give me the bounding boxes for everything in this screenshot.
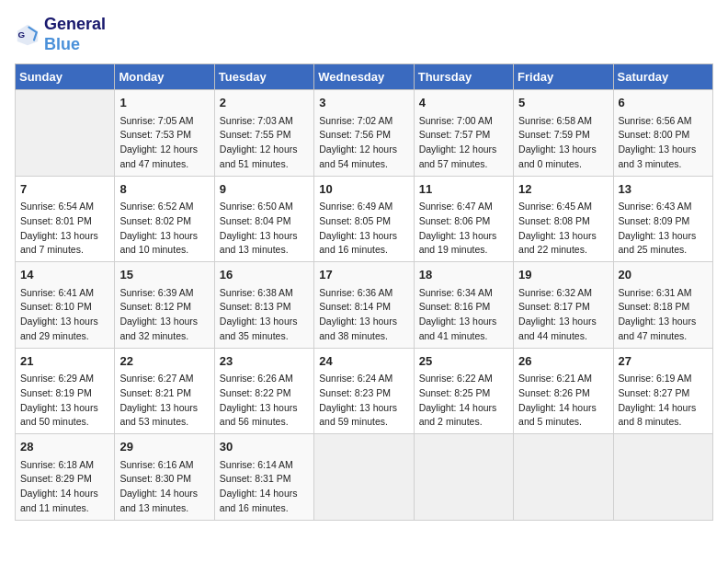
calendar-cell: 21Sunrise: 6:29 AMSunset: 8:19 PMDayligh…	[16, 348, 115, 434]
day-info: Daylight: 13 hours	[419, 229, 508, 244]
calendar-cell: 10Sunrise: 6:49 AMSunset: 8:05 PMDayligh…	[314, 176, 414, 262]
day-info: and 50 minutes.	[20, 415, 109, 430]
day-info: and 38 minutes.	[319, 329, 408, 344]
day-info: Sunrise: 6:26 AM	[220, 372, 309, 386]
day-info: Daylight: 12 hours	[119, 143, 209, 157]
calendar-cell: 14Sunrise: 6:41 AMSunset: 8:10 PMDayligh…	[16, 262, 115, 349]
day-info: Sunset: 8:19 PM	[20, 386, 109, 401]
day-number: 1	[119, 94, 209, 112]
calendar-cell: 15Sunrise: 6:39 AMSunset: 8:12 PMDayligh…	[115, 262, 214, 349]
day-info: Daylight: 14 hours	[220, 487, 309, 501]
logo-text: GeneralBlue	[44, 15, 106, 54]
day-info: Sunrise: 6:14 AM	[220, 458, 309, 473]
day-info: Daylight: 13 hours	[319, 229, 408, 244]
calendar-cell	[16, 90, 115, 177]
calendar-cell: 16Sunrise: 6:38 AMSunset: 8:13 PMDayligh…	[214, 262, 313, 349]
calendar-cell: 5Sunrise: 6:58 AMSunset: 7:59 PMDaylight…	[514, 90, 613, 177]
day-info: and 25 minutes.	[619, 243, 708, 258]
day-info: Sunset: 8:18 PM	[619, 300, 708, 315]
day-info: Sunset: 8:25 PM	[419, 386, 508, 401]
weekday-header-row: SundayMondayTuesdayWednesdayThursdayFrid…	[16, 64, 713, 90]
day-info: Sunrise: 7:05 AM	[119, 114, 209, 129]
day-info: and 13 minutes.	[220, 243, 309, 258]
calendar-cell	[314, 434, 414, 521]
day-number: 9	[220, 180, 309, 199]
day-info: Daylight: 13 hours	[619, 229, 708, 244]
day-info: Daylight: 13 hours	[20, 229, 109, 244]
weekday-header-monday: Monday	[115, 64, 214, 90]
day-info: Daylight: 13 hours	[119, 315, 209, 329]
day-info: Daylight: 13 hours	[220, 229, 309, 244]
weekday-header-friday: Friday	[514, 64, 613, 90]
day-info: Sunset: 8:23 PM	[319, 386, 408, 401]
page-header: G GeneralBlue	[15, 15, 713, 54]
day-info: Sunset: 8:22 PM	[220, 386, 309, 401]
day-number: 12	[518, 180, 608, 199]
day-info: Daylight: 12 hours	[319, 143, 408, 157]
day-number: 7	[20, 180, 109, 199]
day-info: Daylight: 13 hours	[20, 315, 109, 329]
calendar-cell: 7Sunrise: 6:54 AMSunset: 8:01 PMDaylight…	[16, 176, 115, 262]
logo: G GeneralBlue	[15, 15, 106, 54]
day-info: Sunset: 8:21 PM	[119, 386, 209, 401]
calendar-cell: 13Sunrise: 6:43 AMSunset: 8:09 PMDayligh…	[613, 176, 712, 262]
day-info: Sunset: 7:55 PM	[220, 128, 309, 143]
day-info: and 7 minutes.	[20, 243, 109, 258]
calendar-cell: 1Sunrise: 7:05 AMSunset: 7:53 PMDaylight…	[115, 90, 214, 177]
day-info: and 8 minutes.	[619, 415, 708, 430]
day-info: Sunset: 8:13 PM	[220, 300, 309, 315]
calendar-cell: 12Sunrise: 6:45 AMSunset: 8:08 PMDayligh…	[514, 176, 613, 262]
day-info: and 56 minutes.	[220, 415, 309, 430]
day-info: Sunrise: 6:52 AM	[119, 200, 209, 214]
day-info: Sunset: 8:08 PM	[518, 214, 608, 229]
day-info: and 5 minutes.	[518, 415, 608, 430]
calendar-table: SundayMondayTuesdayWednesdayThursdayFrid…	[15, 63, 713, 521]
day-info: and 16 minutes.	[319, 243, 408, 258]
calendar-cell: 19Sunrise: 6:32 AMSunset: 8:17 PMDayligh…	[514, 262, 613, 349]
day-info: Daylight: 13 hours	[518, 315, 608, 329]
day-info: Sunrise: 6:58 AM	[518, 114, 608, 129]
day-info: Sunset: 8:14 PM	[319, 300, 408, 315]
day-number: 4	[419, 94, 508, 112]
day-info: Daylight: 13 hours	[119, 229, 209, 244]
day-info: Sunset: 8:06 PM	[419, 214, 508, 229]
day-info: and 2 minutes.	[419, 415, 508, 430]
calendar-cell: 26Sunrise: 6:21 AMSunset: 8:26 PMDayligh…	[514, 348, 613, 434]
day-number: 11	[419, 180, 508, 199]
day-number: 27	[619, 352, 708, 371]
day-info: Sunrise: 6:56 AM	[619, 114, 708, 129]
calendar-cell: 20Sunrise: 6:31 AMSunset: 8:18 PMDayligh…	[613, 262, 712, 349]
day-info: and 51 minutes.	[220, 157, 309, 172]
calendar-cell: 28Sunrise: 6:18 AMSunset: 8:29 PMDayligh…	[16, 434, 115, 521]
day-number: 24	[319, 352, 408, 371]
day-info: Sunrise: 6:36 AM	[319, 286, 408, 301]
day-info: and 3 minutes.	[619, 157, 708, 172]
day-info: Sunrise: 6:24 AM	[319, 372, 408, 386]
day-info: Sunset: 8:10 PM	[20, 300, 109, 315]
day-info: Daylight: 13 hours	[20, 401, 109, 416]
weekday-header-sunday: Sunday	[16, 64, 115, 90]
calendar-cell: 4Sunrise: 7:00 AMSunset: 7:57 PMDaylight…	[414, 90, 513, 177]
day-info: Sunrise: 6:54 AM	[20, 200, 109, 214]
day-info: and 32 minutes.	[119, 329, 209, 344]
day-info: and 0 minutes.	[518, 157, 608, 172]
day-number: 10	[319, 180, 408, 199]
day-number: 22	[119, 352, 209, 371]
day-info: Daylight: 13 hours	[319, 315, 408, 329]
day-info: Sunrise: 7:03 AM	[220, 114, 309, 129]
day-info: Sunrise: 6:22 AM	[419, 372, 508, 386]
day-info: Sunset: 7:56 PM	[319, 128, 408, 143]
day-info: Sunrise: 6:38 AM	[220, 286, 309, 301]
week-row-1: 1Sunrise: 7:05 AMSunset: 7:53 PMDaylight…	[16, 90, 713, 177]
day-info: and 47 minutes.	[619, 329, 708, 344]
day-number: 25	[419, 352, 508, 371]
day-number: 14	[20, 266, 109, 284]
day-info: Sunset: 8:09 PM	[619, 214, 708, 229]
calendar-cell: 27Sunrise: 6:19 AMSunset: 8:27 PMDayligh…	[613, 348, 712, 434]
week-row-4: 21Sunrise: 6:29 AMSunset: 8:19 PMDayligh…	[16, 348, 713, 434]
day-info: Daylight: 13 hours	[419, 315, 508, 329]
day-info: Sunset: 7:57 PM	[419, 128, 508, 143]
calendar-cell: 23Sunrise: 6:26 AMSunset: 8:22 PMDayligh…	[214, 348, 313, 434]
calendar-cell: 29Sunrise: 6:16 AMSunset: 8:30 PMDayligh…	[115, 434, 214, 521]
day-info: Sunset: 8:31 PM	[220, 472, 309, 487]
